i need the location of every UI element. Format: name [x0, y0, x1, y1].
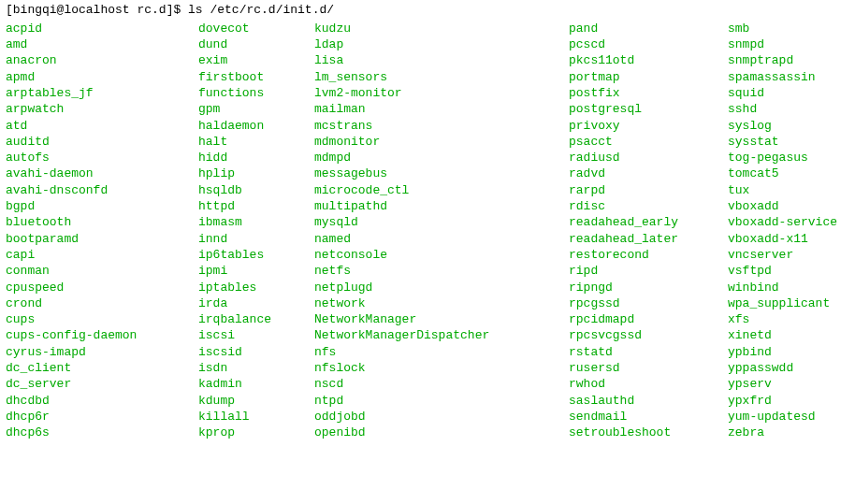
file-entry: rpcgssd [569, 295, 709, 311]
shell-prompt: [bingqi@localhost rc.d]$ ls /etc/rc.d/in… [6, 4, 849, 17]
file-entry: xfs [728, 312, 855, 328]
file-entry: lm_sensors [314, 69, 550, 85]
file-entry: avahi-daemon [6, 166, 180, 182]
file-entry: spamassassin [728, 69, 855, 85]
file-entry: syslog [728, 118, 855, 134]
file-entry: atd [6, 118, 180, 134]
file-entry: kdump [198, 393, 296, 409]
file-entry: crond [6, 295, 180, 311]
file-entry: rstatd [569, 344, 709, 360]
file-entry: ypserv [728, 377, 855, 393]
file-entry: portmap [569, 69, 709, 85]
file-entry: arpwatch [6, 102, 180, 118]
file-entry: snmpd [728, 37, 855, 53]
file-entry: restorecond [569, 247, 709, 263]
file-entry: innd [198, 231, 296, 247]
file-entry: mdmpd [314, 151, 550, 166]
file-entry: psacct [569, 134, 709, 150]
file-entry: ypbind [728, 344, 855, 360]
file-entry: iptables [198, 280, 296, 295]
file-entry: dhcp6s [6, 425, 180, 441]
file-entry: openibd [314, 425, 550, 441]
file-entry: iscsi [198, 328, 296, 344]
file-entry: sendmail [569, 409, 709, 425]
file-entry: yppasswdd [728, 361, 855, 377]
file-entry: network [314, 295, 550, 311]
file-entry: tog-pegasus [728, 151, 855, 166]
file-entry: irqbalance [198, 312, 296, 328]
file-entry: irda [198, 295, 296, 311]
file-entry: dovecot [198, 21, 296, 36]
file-entry: sshd [728, 102, 855, 118]
file-entry: cups-config-daemon [6, 328, 180, 344]
file-entry: zebra [728, 425, 855, 441]
file-entry: rusersd [569, 361, 709, 377]
file-entry: capi [6, 247, 180, 263]
file-entry: auditd [6, 134, 180, 150]
file-entry: radiusd [569, 151, 709, 166]
file-entry: cyrus-imapd [6, 344, 180, 360]
file-entry: yum-updatesd [728, 409, 855, 425]
file-entry: exim [198, 53, 296, 69]
file-entry: bluetooth [6, 215, 180, 231]
file-entry: postfix [569, 85, 709, 101]
file-entry: netfs [314, 264, 550, 280]
file-entry: oddjobd [314, 409, 550, 425]
file-entry: mcstrans [314, 118, 550, 134]
file-entry: killall [198, 409, 296, 425]
file-entry: readahead_early [569, 215, 709, 231]
file-entry: rpcsvcgssd [569, 328, 709, 344]
file-entry: readahead_later [569, 231, 709, 247]
file-entry: xinetd [728, 328, 855, 344]
file-entry: privoxy [569, 118, 709, 134]
file-entry: tux [728, 182, 855, 198]
file-entry: smb [728, 21, 855, 36]
file-entry: conman [6, 264, 180, 280]
file-entry: radvd [569, 166, 709, 182]
file-entry: hsqldb [198, 182, 296, 198]
file-entry: vncserver [728, 247, 855, 263]
file-entry: ipmi [198, 264, 296, 280]
file-entry: nfs [314, 344, 550, 360]
file-entry: firstboot [198, 69, 296, 85]
file-entry: anacron [6, 53, 180, 69]
file-entry: ripd [569, 264, 709, 280]
file-entry: microcode_ctl [314, 182, 550, 198]
file-entry: functions [198, 85, 296, 101]
file-entry: httpd [198, 199, 296, 215]
file-entry: rpcidmapd [569, 312, 709, 328]
file-entry: netconsole [314, 247, 550, 263]
file-listing: acpidamdanacronapmdarptables_jfarpwatcha… [6, 21, 849, 441]
file-entry: hidd [198, 151, 296, 166]
file-entry: ripngd [569, 280, 709, 295]
file-entry: hplip [198, 166, 296, 182]
file-entry: vboxadd-service [728, 215, 855, 231]
listing-column-4: pandpcscdpkcs11otdportmappostfixpostgres… [569, 21, 709, 441]
file-entry: ypxfrd [728, 393, 855, 409]
file-entry: pcscd [569, 37, 709, 53]
file-entry: ip6tables [198, 247, 296, 263]
file-entry: nfslock [314, 361, 550, 377]
file-entry: bootparamd [6, 231, 180, 247]
file-entry: isdn [198, 361, 296, 377]
file-entry: tomcat5 [728, 166, 855, 182]
file-entry: avahi-dnsconfd [6, 182, 180, 198]
file-entry: rarpd [569, 182, 709, 198]
file-entry: cups [6, 312, 180, 328]
file-entry: dhcp6r [6, 409, 180, 425]
file-entry: ldap [314, 37, 550, 53]
file-entry: mdmonitor [314, 134, 550, 150]
file-entry: netplugd [314, 280, 550, 295]
file-entry: halt [198, 134, 296, 150]
file-entry: dund [198, 37, 296, 53]
file-entry: kadmin [198, 377, 296, 393]
file-entry: lvm2-monitor [314, 85, 550, 101]
file-entry: dc_server [6, 377, 180, 393]
file-entry: haldaemon [198, 118, 296, 134]
file-entry: multipathd [314, 199, 550, 215]
file-entry: setroubleshoot [569, 425, 709, 441]
listing-column-5: smbsnmpdsnmptrapdspamassassinsquidsshdsy… [728, 21, 855, 441]
file-entry: arptables_jf [6, 85, 180, 101]
file-entry: wpa_supplicant [728, 295, 855, 311]
file-entry: named [314, 231, 550, 247]
